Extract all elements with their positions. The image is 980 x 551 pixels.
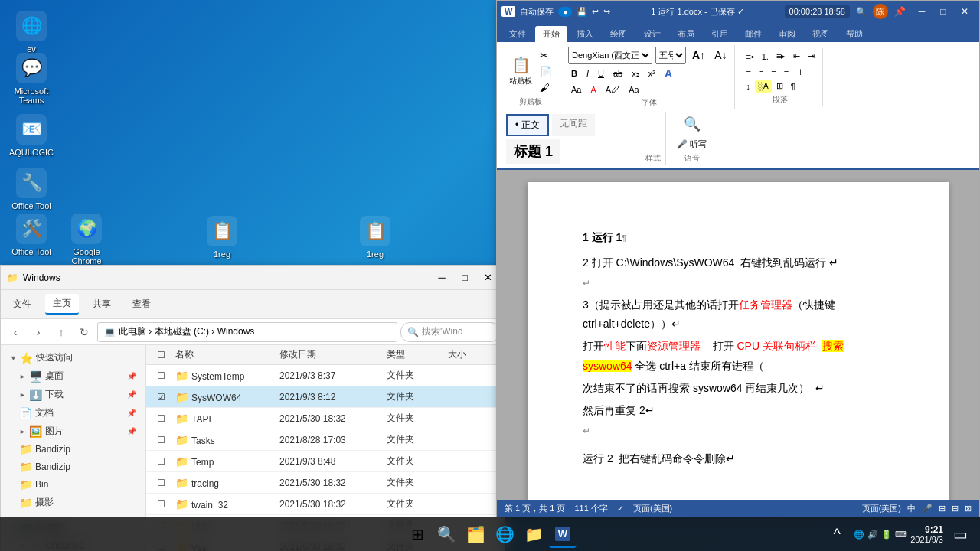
desktop-icon-chrome[interactable]: 🌍 Google Chrome xyxy=(60,210,113,269)
columns-button[interactable]: ⫼ xyxy=(793,65,808,77)
file-row[interactable]: ☐ 📁Tasks 2021/8/28 17:03 文件夹 xyxy=(146,429,505,451)
multilevel-list-button[interactable]: ≡▸ xyxy=(773,50,789,63)
find-button[interactable]: 🔍 xyxy=(674,114,710,134)
align-right-button[interactable]: ≡ xyxy=(768,65,779,77)
format-painter-button[interactable]: 🖌 xyxy=(537,80,555,95)
sidebar-quick-access-header[interactable]: ▼ ⭐ 快速访问 xyxy=(4,349,142,367)
up-button[interactable]: ↑ xyxy=(51,322,71,342)
desktop-icon-outlook[interactable]: 📧 AQULOGIC xyxy=(5,111,58,160)
file-row[interactable]: ☐ 📁TAPI 2021/5/30 18:32 文件夹 xyxy=(146,408,505,429)
explorer-tab-share[interactable]: 共享 xyxy=(85,295,119,314)
search-button[interactable]: 🔍 xyxy=(433,520,460,548)
word-search-icon[interactable]: 🔍 xyxy=(856,7,867,17)
paste-button[interactable]: 📋粘贴板 xyxy=(506,54,535,88)
sidebar-item-bin[interactable]: 📁 Bin xyxy=(4,476,142,493)
clear-format-button[interactable]: Aa xyxy=(568,83,584,96)
desktop-icon-reg1[interactable]: 📋 1reg xyxy=(195,213,249,262)
text-effects-button[interactable]: A xyxy=(662,66,675,81)
sidebar-item-bandizip2[interactable]: 📁 Bandizip xyxy=(4,458,142,475)
explorer-taskbar-button[interactable]: 📁 xyxy=(520,520,547,548)
sidebar-item-photo[interactable]: 📁 摄影 xyxy=(4,494,142,511)
underline-button[interactable]: U xyxy=(595,67,607,80)
edge-taskbar-button[interactable]: 🌐 xyxy=(491,520,518,548)
forward-button[interactable]: › xyxy=(28,322,48,342)
justify-button[interactable]: ≡ xyxy=(781,65,792,77)
sidebar-item-docs[interactable]: 📄 文档 📌 xyxy=(4,404,142,422)
file-row-syswow64[interactable]: ☑ 📁SysWOW64 2021/9/3 8:12 文件夹 xyxy=(146,386,505,408)
word-tab-view[interactable]: 视图 xyxy=(805,26,837,42)
file-row[interactable]: ☐ 📁Temp 2021/9/3 8:48 文件夹 xyxy=(146,451,505,472)
show-marks-button[interactable]: ¶ xyxy=(788,80,799,93)
tray-icons-button[interactable]: ^ xyxy=(823,520,851,548)
increase-indent-button[interactable]: ⇥ xyxy=(805,50,818,63)
word-tab-draw[interactable]: 绘图 xyxy=(603,26,635,42)
word-layout-icon3[interactable]: ⊠ xyxy=(965,504,972,514)
word-tab-file[interactable]: 文件 xyxy=(501,26,534,42)
word-tab-layout[interactable]: 布局 xyxy=(670,26,702,42)
italic-button[interactable]: I xyxy=(583,67,592,80)
desktop-icon-reg2[interactable]: 📋 1reg xyxy=(348,213,402,262)
toolbar-save-icon[interactable]: 💾 xyxy=(577,7,587,17)
font-grow-button[interactable]: A↑ xyxy=(689,47,708,63)
text-color-button[interactable]: A xyxy=(587,83,599,96)
numbering-button[interactable]: 1. xyxy=(759,50,772,63)
explorer-tab-file[interactable]: 文件 xyxy=(5,295,39,314)
word-layout-icon2[interactable]: ⊟ xyxy=(952,504,959,514)
copy-button[interactable]: 📄 xyxy=(537,64,555,79)
font-extra1[interactable]: Aa xyxy=(626,83,642,96)
address-bar[interactable]: 💻 此电脑 › 本地磁盘 (C:) › Windows xyxy=(97,322,397,342)
word-taskbar-button[interactable]: W xyxy=(549,520,577,548)
word-layout-icon1[interactable]: ⊞ xyxy=(939,504,946,514)
dictation-button[interactable]: 🎤 听写 xyxy=(674,137,710,152)
explorer-minimize-button[interactable]: ─ xyxy=(431,270,452,285)
explorer-close-button[interactable]: ✕ xyxy=(477,270,498,285)
highlight-button[interactable]: A🖊 xyxy=(603,83,622,96)
toolbar-undo-icon[interactable]: ↩ xyxy=(592,7,599,17)
task-view-button[interactable]: 🗂️ xyxy=(462,520,489,548)
font-size-select[interactable]: 五号 xyxy=(655,47,686,64)
word-minimize-button[interactable]: ─ xyxy=(912,4,932,19)
word-chinese-toggle[interactable]: 中 xyxy=(907,503,916,514)
word-tab-help[interactable]: 帮助 xyxy=(838,26,871,42)
word-doc-area[interactable]: 1 运行 1¶ 2 打开 C:\Windows\SysWOW64 右键找到乱码运… xyxy=(497,170,979,500)
bullets-button[interactable]: ≡• xyxy=(743,50,756,63)
borders-button[interactable]: ⊞ xyxy=(773,80,786,93)
strikethrough-button[interactable]: ab xyxy=(610,67,626,80)
style-heading1-button[interactable]: 标题 1 xyxy=(506,139,560,164)
back-button[interactable]: ‹ xyxy=(5,322,25,342)
font-family-select[interactable]: DengXian (西文正文) xyxy=(568,47,652,64)
word-maximize-button[interactable]: □ xyxy=(933,4,953,19)
font-shrink-button[interactable]: A↓ xyxy=(711,47,730,63)
autosave-toggle[interactable]: ● xyxy=(558,7,572,17)
word-tab-mailings[interactable]: 邮件 xyxy=(737,26,769,42)
decrease-indent-button[interactable]: ⇤ xyxy=(790,50,803,63)
sidebar-item-bandizip1[interactable]: 📁 Bandizip xyxy=(4,441,142,458)
style-no-space-button[interactable]: 无间距 xyxy=(552,114,595,136)
word-proofing-icon[interactable]: ✓ xyxy=(617,504,624,514)
file-row[interactable]: ☐ 📁SystemTemp 2021/9/3 8:37 文件夹 xyxy=(146,365,505,386)
word-mic-icon[interactable]: 🎤 xyxy=(922,504,933,514)
desktop-icon-misc[interactable]: 🔧 Office Tool xyxy=(5,165,58,214)
sidebar-item-desktop[interactable]: ► 🖥️ 桌面 📌 xyxy=(4,367,142,385)
search-box[interactable]: 🔍 搜索'Wind xyxy=(400,322,500,342)
explorer-maximize-button[interactable]: □ xyxy=(454,270,475,285)
word-tab-references[interactable]: 引用 xyxy=(704,26,736,42)
refresh-button[interactable]: ↻ xyxy=(74,322,94,342)
file-row-twain32[interactable]: ☐ 📁twain_32 2021/5/30 18:32 文件夹 xyxy=(146,494,505,515)
show-desktop-button[interactable]: ▭ xyxy=(946,520,974,548)
line-spacing-button[interactable]: ↕ xyxy=(743,80,753,93)
style-normal-button[interactable]: • 正文 xyxy=(506,114,549,136)
word-ribbon-pin[interactable]: 📌 xyxy=(894,6,906,17)
word-tab-home[interactable]: 开始 xyxy=(535,26,567,42)
shading-button[interactable]: ░A xyxy=(755,80,772,93)
desktop-icon-officetool[interactable]: 🛠️ Office Tool xyxy=(5,210,58,259)
sidebar-item-downloads[interactable]: ► ⬇️ 下载 📌 xyxy=(4,386,142,403)
cut-button[interactable]: ✂ xyxy=(537,48,555,63)
system-clock[interactable]: 9:21 2021/9/3 xyxy=(910,524,943,544)
explorer-tab-home[interactable]: 主页 xyxy=(45,294,79,315)
start-button[interactable]: ⊞ xyxy=(403,520,431,548)
explorer-tab-view[interactable]: 查看 xyxy=(125,295,158,314)
bold-button[interactable]: B xyxy=(568,67,580,80)
sidebar-item-pictures[interactable]: ► 🖼️ 图片 📌 xyxy=(4,422,142,440)
subscript-button[interactable]: x₂ xyxy=(629,67,642,80)
